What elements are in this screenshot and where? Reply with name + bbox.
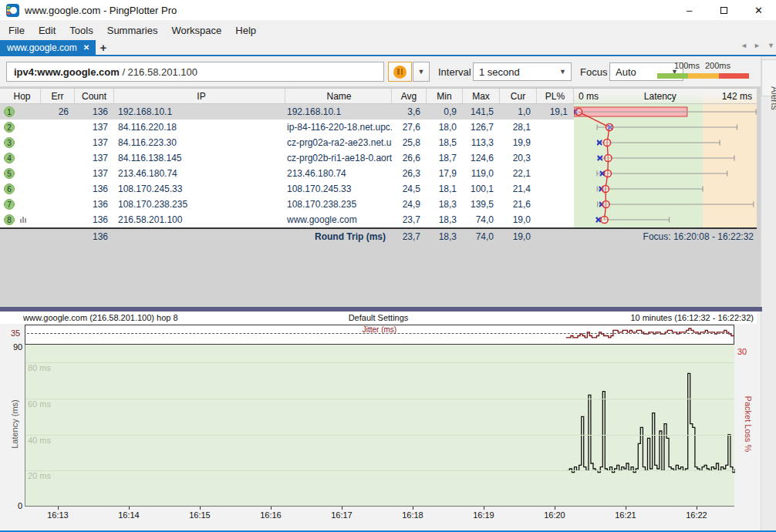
- window-title: www.google.com - PingPlotter Pro: [25, 5, 177, 16]
- column-header-ip[interactable]: IP: [114, 89, 285, 103]
- avg-cell: 25,8: [392, 135, 427, 150]
- hop-cell: 6: [0, 181, 41, 197]
- target-address-input[interactable]: ipv4:www.google.com / 216.58.201.100: [6, 62, 384, 82]
- time-tick: [342, 507, 342, 510]
- column-header-max[interactable]: Max: [463, 89, 500, 103]
- hop-number-badge: 6: [4, 184, 15, 194]
- time-tick: [200, 507, 201, 510]
- menu-item-edit[interactable]: Edit: [32, 22, 62, 39]
- pl-cell: 19,1: [537, 104, 574, 120]
- legend-100ms-label: 100ms: [674, 61, 700, 70]
- latency-graph[interactable]: 20 ms40 ms60 ms80 ms: [25, 345, 734, 507]
- column-header-avg[interactable]: Avg: [392, 89, 427, 103]
- target-ip: / 216.58.201.100: [120, 66, 197, 78]
- tab-list-icon[interactable]: ▼: [768, 42, 774, 49]
- ip-cell: 216.58.201.100: [114, 212, 285, 227]
- hop-cell: 4: [0, 150, 41, 166]
- avg-cell: 23,7: [392, 212, 427, 227]
- menu-item-summaries[interactable]: Summaries: [100, 22, 165, 39]
- column-header-pl[interactable]: PL%: [537, 89, 574, 103]
- maximize-button[interactable]: [707, 0, 741, 20]
- column-header-err[interactable]: Err: [41, 89, 75, 103]
- hop-number-badge: 3: [4, 137, 15, 148]
- hop-row-8[interactable]: 8136216.58.201.100www.google.com23,718,3…: [0, 212, 757, 227]
- jitter-graph[interactable]: Jitter (ms): [25, 325, 734, 345]
- column-header-count[interactable]: Count: [75, 89, 114, 103]
- round-trip-max: 74,0: [463, 229, 500, 244]
- interval-select[interactable]: 1 second ▼: [473, 62, 572, 81]
- menu-item-workspace[interactable]: Workspace: [164, 22, 228, 39]
- graph-axis-title: Latency: [644, 91, 676, 102]
- new-tab-button[interactable]: +: [96, 40, 111, 55]
- min-cell: 18,1: [427, 181, 463, 197]
- latency-graph-cell: [574, 166, 757, 181]
- alerts-tab[interactable]: Alerts: [761, 59, 776, 96]
- maximize-icon: [720, 7, 727, 14]
- hop-row-3[interactable]: 313784.116.223.30cz-prg02a-ra2-ae23.net.…: [0, 135, 757, 150]
- menu-item-help[interactable]: Help: [228, 22, 263, 39]
- legend-gradient-bar: [657, 73, 749, 79]
- hop-row-7[interactable]: 7136108.170.238.235108.170.238.23524,918…: [0, 197, 757, 212]
- toolbar: ipv4:www.google.com / 216.58.201.100 ▼ I…: [0, 56, 776, 86]
- tab-bar: www.google.com ✕ + ◄ ► ▼: [0, 40, 776, 56]
- err-cell: [41, 120, 75, 135]
- avg-cell: 3,6: [392, 104, 427, 120]
- trace-pane: HopErrCountIPNameAvgMinMaxCurPL%0 msLate…: [0, 86, 761, 307]
- name-cell: 213.46.180.74: [285, 166, 392, 181]
- legend-segment: [657, 73, 688, 79]
- column-header-cur[interactable]: Cur: [500, 89, 537, 103]
- ip-cell: 108.170.245.33: [114, 181, 285, 197]
- time-tick-label: 16:20: [535, 510, 574, 520]
- latency-graph-cell: [574, 181, 757, 197]
- latency-gridline-label: 40 ms: [28, 436, 51, 445]
- time-tick: [413, 507, 413, 510]
- column-header-hop[interactable]: Hop: [0, 89, 41, 103]
- pause-button[interactable]: [388, 62, 412, 82]
- menu-item-file[interactable]: File: [2, 22, 32, 39]
- avg-cell: 24,9: [392, 197, 427, 212]
- chevron-down-icon: ▼: [559, 68, 566, 76]
- hop-number-badge: 2: [4, 122, 15, 133]
- hop-row-1[interactable]: 126136192.168.10.1192.168.10.13,60,9141,…: [0, 104, 757, 120]
- hop-row-2[interactable]: 213784.116.220.18ip-84-116-220-18.net.up…: [0, 120, 757, 135]
- close-button[interactable]: ✕: [741, 0, 776, 20]
- column-header-min[interactable]: Min: [427, 89, 463, 103]
- name-cell: 108.170.238.235: [285, 197, 392, 212]
- latency-trace: [25, 345, 735, 507]
- pl-cell: [537, 166, 574, 181]
- time-tick-label: 16:22: [677, 510, 716, 520]
- pl-cell: [537, 212, 574, 227]
- max-cell: 139,5: [463, 197, 500, 212]
- tab-www-google-com[interactable]: www.google.com ✕: [0, 40, 96, 55]
- name-cell: ip-84-116-220-18.net.upc.cz: [285, 120, 392, 135]
- latency-axis-min: 0: [18, 501, 22, 510]
- tab-scroll-left-icon[interactable]: ◄: [741, 42, 747, 49]
- hop-row-5[interactable]: 5137213.46.180.74213.46.180.7426,317,911…: [0, 166, 757, 181]
- pl-cell: [537, 197, 574, 212]
- column-header-latency-graph[interactable]: 0 msLatency142 ms: [574, 89, 757, 103]
- time-tick: [626, 507, 626, 510]
- time-tick: [271, 507, 272, 510]
- ip-cell: 213.46.180.74: [114, 166, 285, 181]
- latency-gridline: [25, 399, 734, 399]
- trace-table-header: HopErrCountIPNameAvgMinMaxCurPL%0 msLate…: [0, 88, 757, 104]
- hop-cell: 2: [0, 120, 41, 135]
- latency-gridline: [25, 362, 734, 363]
- tab-label: www.google.com: [7, 42, 77, 53]
- time-tick: [555, 507, 555, 510]
- column-header-name[interactable]: Name: [285, 89, 392, 103]
- pingplotter-window: www.google.com - PingPlotter Pro – ✕ Fil…: [0, 0, 776, 532]
- tab-close-icon[interactable]: ✕: [83, 43, 89, 52]
- menu-item-tools[interactable]: Tools: [62, 22, 100, 39]
- latency-graph-cell: [574, 197, 757, 212]
- min-cell: 0,9: [427, 104, 463, 120]
- count-cell: 137: [75, 135, 114, 150]
- latency-graph-cell: [574, 104, 757, 120]
- hop-row-4[interactable]: 413784.116.138.145cz-prg02b-ri1-ae18-0.a…: [0, 150, 757, 166]
- latency-gridline-label: 80 ms: [28, 363, 51, 372]
- graph-axis-max: 142 ms: [722, 91, 752, 102]
- tab-scroll-right-icon[interactable]: ►: [754, 42, 761, 49]
- hop-row-6[interactable]: 6136108.170.245.33108.170.245.3324,518,1…: [0, 181, 757, 197]
- pause-menu-button[interactable]: ▼: [413, 62, 430, 82]
- minimize-button[interactable]: –: [672, 0, 707, 20]
